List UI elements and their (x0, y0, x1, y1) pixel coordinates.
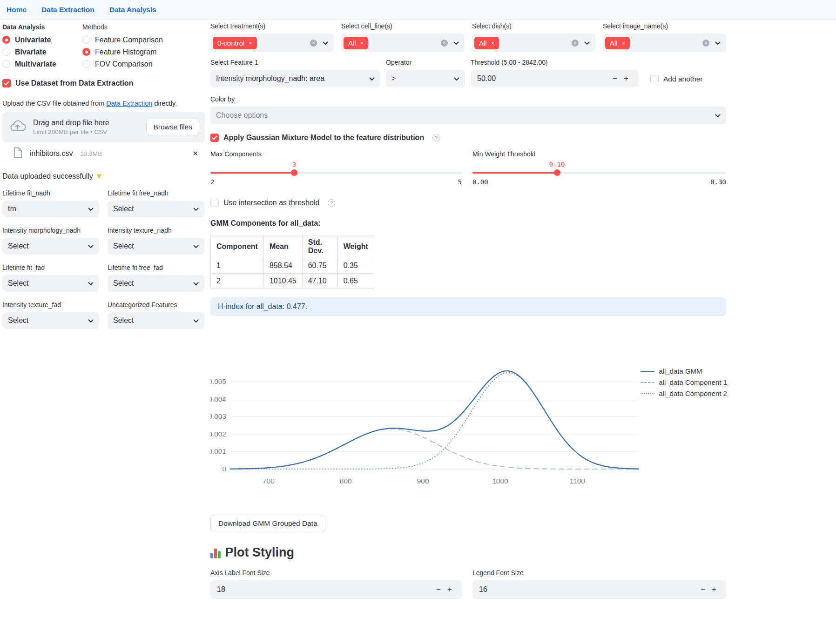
remove-tag-icon[interactable]: × (622, 40, 626, 46)
file-dropzone[interactable]: Drag and drop file here Limit 200MB per … (2, 112, 205, 142)
decrement-button[interactable]: − (609, 74, 620, 83)
feature-select[interactable]: Intensity morphology_nadh: area (210, 70, 380, 87)
download-gmm-button[interactable]: Download GMM Grouped Data (210, 515, 325, 532)
select-label: Intensity texture_fad (2, 301, 99, 309)
operator-value: > (391, 74, 396, 83)
min-weight-slider-group: Min Weight Threshold 0.10 0.00 0.30 (472, 150, 726, 186)
svg-text:1000: 1000 (492, 477, 508, 485)
select-control[interactable]: Select (108, 201, 204, 217)
table-cell: 2 (211, 274, 264, 289)
color-by-label: Color by (210, 95, 726, 103)
table-cell: 1 (211, 258, 264, 274)
sidebar-select-intensity-texture-nadh: Intensity texture_nadhSelect (108, 227, 204, 255)
select-value: Select (8, 242, 28, 250)
axis-label-size-input[interactable]: 18 − + (210, 580, 462, 599)
slider-min-label: 2 (210, 178, 214, 186)
legend-item-all-data-component-1[interactable]: all_data Component 1 (640, 378, 727, 386)
slider-thumb[interactable] (554, 169, 560, 176)
clear-all-icon[interactable]: ✕ (572, 40, 579, 47)
svg-text:0: 0 (222, 465, 226, 473)
radio-option-feature-histogram[interactable]: Feature Histogram (82, 47, 163, 57)
radio-option-bivariate[interactable]: Bivariate (2, 47, 82, 57)
max-components-slider[interactable]: 3 (210, 172, 462, 174)
use-dataset-checkbox[interactable]: Use Dataset from Data Extraction (2, 79, 205, 87)
plot-styling-title: Plot Styling (225, 545, 295, 560)
increment-button[interactable]: + (444, 585, 455, 594)
clear-all-icon[interactable]: ✕ (702, 40, 709, 47)
decrement-button[interactable]: − (433, 585, 444, 594)
color-by-select[interactable]: Choose options (210, 107, 726, 124)
add-another-checkbox[interactable]: Add another (650, 70, 726, 88)
multiselect-control[interactable]: All×✕ (603, 34, 726, 52)
threshold-input[interactable]: 50.00 − + (471, 70, 638, 87)
multiselect-control[interactable]: All×✕ (341, 34, 465, 52)
help-icon[interactable]: ? (432, 134, 440, 141)
table-cell: 60.75 (302, 258, 337, 274)
select-control[interactable]: Select (108, 312, 204, 329)
clear-all-icon[interactable]: ✕ (310, 40, 317, 47)
select-control[interactable]: Select (108, 238, 204, 255)
use-intersection-checkbox[interactable]: Use intersection as threshold ? (210, 199, 726, 207)
radio-option-univariate[interactable]: Univariate (2, 34, 82, 45)
chevron-down-icon (193, 316, 199, 325)
apply-gmm-checkbox[interactable]: Apply Gaussian Mixture Model to the feat… (210, 134, 726, 142)
increment-button[interactable]: + (708, 585, 720, 594)
operator-select-group: Operator > (386, 59, 465, 88)
radio-option-fov-comparison[interactable]: FOV Comparison (82, 59, 163, 69)
multiselect-control[interactable]: 0-control×✕ (210, 34, 334, 52)
svg-text:0.002: 0.002 (210, 430, 226, 438)
threshold-label: Threshold (5.00 - 2842.00) (471, 59, 638, 66)
increment-button[interactable]: + (620, 74, 632, 83)
chevron-down-icon (88, 316, 94, 325)
remove-file-icon[interactable]: ✕ (189, 149, 201, 158)
filter-label: Select image_name(s) (603, 22, 726, 30)
legend-item-all-data-gmm[interactable]: all_data GMM (640, 367, 727, 375)
remove-tag-icon[interactable]: × (249, 40, 252, 46)
main-content: Select treatment(s)0-control×✕Select cel… (210, 20, 726, 599)
min-weight-slider[interactable]: 0.10 (472, 172, 726, 174)
select-label: Lifetime fit_nadh (2, 189, 99, 197)
top-navigation: HomeData ExtractionData Analysis (0, 0, 836, 20)
select-label: Uncategorized Features (108, 301, 204, 309)
table-header-component: Component (211, 235, 264, 258)
clear-all-icon[interactable]: ✕ (441, 40, 448, 47)
legend-font-size-input[interactable]: 16 − + (472, 580, 726, 599)
remove-tag-icon[interactable]: × (360, 40, 364, 46)
nav-link-data-extraction[interactable]: Data Extraction (41, 6, 94, 14)
radio-option-feature-comparison[interactable]: Feature Comparison (82, 34, 163, 45)
decrement-button[interactable]: − (697, 585, 708, 594)
data-extraction-link[interactable]: Data Extraction (106, 100, 152, 107)
nav-link-home[interactable]: Home (7, 6, 27, 14)
operator-select[interactable]: > (386, 70, 465, 87)
filter-label: Select dish(s) (472, 22, 595, 30)
checkbox-unchecked-icon (210, 199, 219, 207)
radio-option-multivariate[interactable]: Multivariate (2, 59, 82, 69)
tag-label: 0-control (217, 39, 244, 47)
help-icon[interactable]: ? (328, 199, 335, 207)
browse-files-button[interactable]: Browse files (146, 119, 199, 135)
slider-max-label: 0.30 (710, 178, 726, 186)
remove-tag-icon[interactable]: × (491, 40, 495, 46)
select-control[interactable]: Select (2, 312, 99, 329)
legend-item-all-data-component-2[interactable]: all_data Component 2 (640, 389, 727, 397)
slider-min-label: 0.00 (472, 178, 488, 186)
nav-link-data-analysis[interactable]: Data Analysis (109, 6, 156, 14)
selected-tag: 0-control× (213, 37, 257, 49)
radio-icon (2, 48, 10, 56)
axis-label-size-value: 18 (217, 585, 433, 594)
slider-thumb[interactable] (291, 169, 297, 176)
select-control[interactable]: Select (2, 275, 99, 292)
select-label: Intensity morphology_nadh (2, 227, 99, 234)
select-control[interactable]: tm (2, 201, 99, 217)
radio-label: FOV Comparison (95, 60, 153, 68)
table-cell: 858.54 (263, 258, 302, 274)
svg-text:800: 800 (340, 477, 352, 485)
multiselect-control[interactable]: All×✕ (472, 34, 595, 52)
chevron-down-icon (453, 39, 459, 47)
threshold-input-group: Threshold (5.00 - 2842.00) 50.00 − + (471, 59, 638, 88)
select-value: Select (113, 242, 134, 250)
gmm-chart: 00.0010.0020.0030.0040.00570080090010001… (210, 357, 727, 496)
select-control[interactable]: Select (108, 275, 204, 292)
select-control[interactable]: Select (2, 238, 99, 255)
selected-tag: All× (344, 37, 368, 49)
